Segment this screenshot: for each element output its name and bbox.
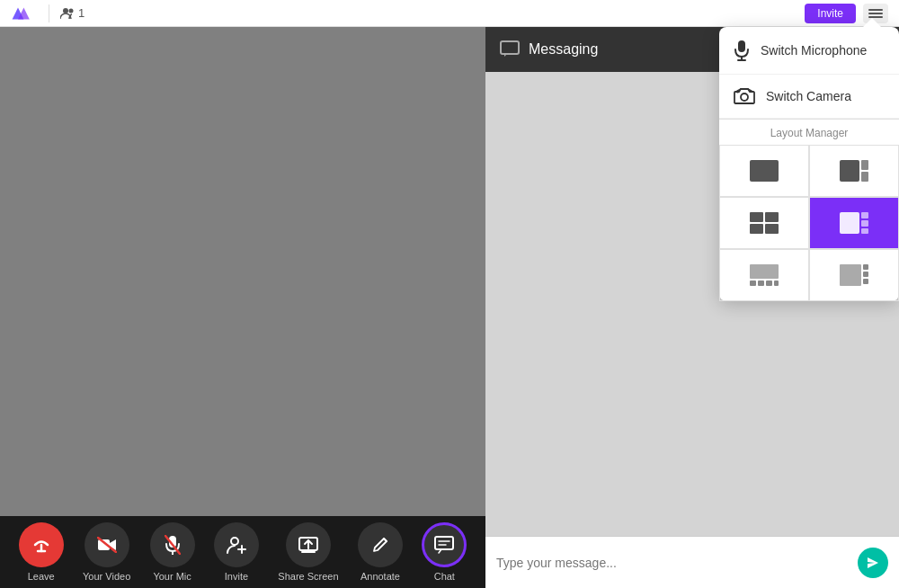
svg-rect-41 bbox=[750, 281, 756, 286]
invite-icon-circle bbox=[214, 522, 259, 567]
svg-rect-29 bbox=[840, 160, 859, 182]
leave-icon-circle bbox=[19, 522, 64, 567]
layout-manager-title: Layout Manager bbox=[719, 119, 899, 145]
your-video-button[interactable]: Your Video bbox=[83, 522, 130, 582]
svg-rect-31 bbox=[861, 172, 868, 182]
layout-filmstrip-side[interactable] bbox=[809, 249, 899, 301]
layout-side-by-side[interactable] bbox=[809, 145, 899, 197]
camera-icon bbox=[734, 87, 755, 105]
svg-rect-46 bbox=[863, 264, 868, 270]
switch-camera-item[interactable]: Switch Camera bbox=[719, 75, 899, 119]
share-screen-button[interactable]: Share Screen bbox=[278, 522, 338, 582]
svg-point-1 bbox=[69, 8, 74, 13]
layout-grid-4[interactable] bbox=[719, 197, 809, 249]
chat-icon-circle bbox=[422, 522, 467, 567]
svg-rect-35 bbox=[765, 224, 779, 234]
dropdown-menu: Switch Microphone Switch Camera Layout M… bbox=[719, 27, 899, 301]
bottom-toolbar: Leave Your Video Your Mic bbox=[0, 516, 485, 588]
svg-point-13 bbox=[231, 538, 238, 545]
mic-icon-circle bbox=[150, 522, 195, 567]
svg-rect-34 bbox=[750, 224, 763, 234]
svg-rect-33 bbox=[765, 212, 779, 222]
svg-rect-5 bbox=[501, 41, 519, 54]
svg-rect-20 bbox=[435, 537, 453, 549]
svg-rect-32 bbox=[750, 212, 763, 222]
svg-rect-43 bbox=[766, 281, 772, 286]
svg-line-19 bbox=[384, 539, 387, 541]
svg-rect-36 bbox=[840, 212, 859, 234]
svg-rect-40 bbox=[750, 264, 779, 279]
layout-grid bbox=[719, 145, 899, 301]
layout-grid-wrapper: Feedback bbox=[719, 145, 899, 301]
main-video-area bbox=[0, 27, 485, 516]
your-mic-button[interactable]: Your Mic bbox=[150, 522, 195, 582]
svg-rect-45 bbox=[840, 264, 861, 286]
microphone-icon bbox=[734, 40, 750, 61]
svg-rect-38 bbox=[861, 220, 868, 227]
layout-filmstrip-icon bbox=[748, 263, 780, 288]
svg-rect-47 bbox=[863, 272, 868, 277]
layout-side-icon bbox=[838, 158, 870, 183]
svg-point-26 bbox=[741, 94, 748, 101]
invite-button[interactable]: Invite bbox=[805, 4, 856, 23]
svg-rect-42 bbox=[758, 281, 764, 286]
messaging-icon bbox=[500, 40, 520, 58]
app-logo bbox=[11, 3, 38, 24]
invite-toolbar-button[interactable]: Invite bbox=[214, 522, 259, 582]
svg-rect-39 bbox=[861, 228, 868, 234]
layout-grid4-icon bbox=[748, 210, 780, 236]
svg-rect-30 bbox=[861, 160, 868, 170]
svg-rect-28 bbox=[750, 160, 779, 182]
chat-input-area bbox=[485, 536, 899, 588]
video-icon-circle bbox=[85, 522, 129, 567]
svg-rect-44 bbox=[774, 281, 779, 286]
layout-single[interactable] bbox=[719, 145, 809, 197]
participants-count: 1 bbox=[60, 6, 85, 20]
layout-single-icon bbox=[748, 158, 780, 183]
svg-rect-2 bbox=[868, 9, 883, 11]
chat-input[interactable] bbox=[496, 556, 850, 570]
layout-filmstrip-side-icon bbox=[838, 263, 870, 288]
annotate-button[interactable]: Annotate bbox=[358, 522, 403, 582]
layout-filmstrip[interactable] bbox=[719, 249, 809, 301]
svg-rect-3 bbox=[868, 13, 883, 14]
switch-microphone-item[interactable]: Switch Microphone bbox=[719, 27, 899, 75]
layout-focus-icon bbox=[838, 210, 870, 236]
share-screen-icon-circle bbox=[286, 522, 331, 567]
layout-focus[interactable] bbox=[809, 197, 899, 249]
top-bar: 1 Invite bbox=[0, 0, 899, 27]
svg-rect-23 bbox=[738, 40, 745, 52]
svg-point-0 bbox=[63, 8, 68, 13]
chat-button[interactable]: Chat bbox=[422, 522, 467, 582]
svg-point-27 bbox=[736, 91, 739, 94]
annotate-icon-circle bbox=[358, 522, 403, 567]
svg-rect-48 bbox=[863, 279, 868, 284]
top-bar-divider bbox=[49, 4, 49, 22]
leave-button[interactable]: Leave bbox=[19, 522, 64, 582]
svg-rect-37 bbox=[861, 212, 868, 218]
send-button[interactable] bbox=[858, 548, 888, 578]
